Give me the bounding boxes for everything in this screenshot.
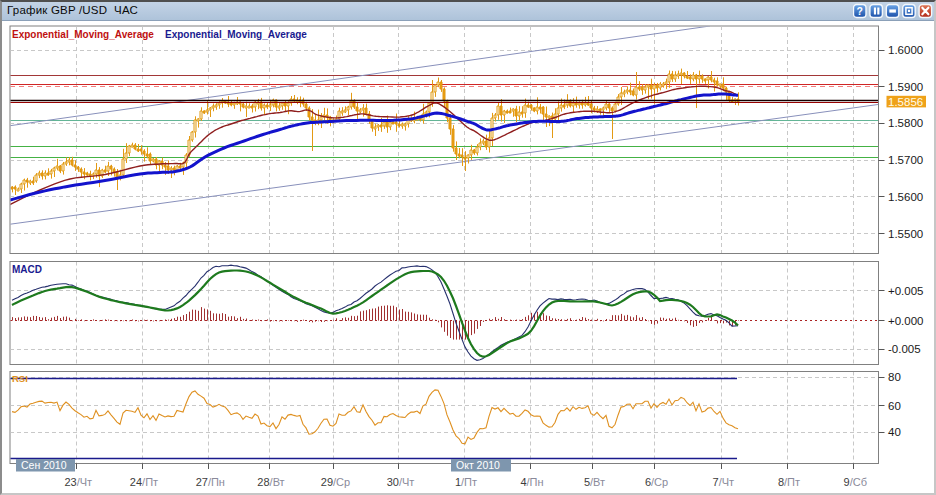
svg-text:Окт 2010: Окт 2010	[456, 459, 500, 471]
svg-text:60: 60	[888, 400, 901, 412]
svg-text:MACD: MACD	[12, 264, 42, 275]
svg-text:30/Чт: 30/Чт	[387, 476, 415, 488]
svg-text:7/Чт: 7/Чт	[713, 476, 735, 488]
svg-text:28/Вт: 28/Вт	[257, 476, 284, 488]
svg-text:9/Сб: 9/Сб	[844, 476, 867, 488]
svg-text:80: 80	[888, 371, 901, 383]
svg-text:1.5856: 1.5856	[888, 96, 923, 108]
svg-text:6/Ср: 6/Ср	[645, 476, 668, 488]
svg-text:24/Пт: 24/Пт	[130, 476, 158, 488]
svg-text:Exponential_Moving_Average: Exponential_Moving_Average	[165, 29, 307, 40]
svg-text:1.5600: 1.5600	[888, 191, 923, 203]
svg-text:+0.000: +0.000	[888, 315, 924, 327]
svg-text:1.5900: 1.5900	[888, 81, 923, 93]
svg-text:5/Вт: 5/Вт	[584, 476, 605, 488]
svg-text:40: 40	[888, 426, 901, 438]
svg-text:RSI: RSI	[12, 373, 28, 384]
svg-text:Сен 2010: Сен 2010	[21, 459, 67, 471]
svg-text:1.5700: 1.5700	[888, 154, 923, 166]
svg-text:?: ?	[857, 5, 863, 17]
svg-text:29/Ср: 29/Ср	[321, 476, 350, 488]
svg-text:1/Пт: 1/Пт	[455, 476, 477, 488]
svg-text:1.6000: 1.6000	[888, 44, 923, 56]
svg-text:4/Пн: 4/Пн	[520, 476, 543, 488]
svg-text:-0.005: -0.005	[888, 343, 921, 355]
svg-text:Exponential_Moving_Average: Exponential_Moving_Average	[12, 29, 154, 40]
svg-text:27/Пн: 27/Пн	[196, 476, 225, 488]
svg-text:8/Пт: 8/Пт	[778, 476, 800, 488]
svg-text:23/Чт: 23/Чт	[64, 476, 92, 488]
svg-text:1.5800: 1.5800	[888, 117, 923, 129]
svg-text:+0.005: +0.005	[888, 285, 924, 297]
svg-text:1.5500: 1.5500	[888, 228, 923, 240]
